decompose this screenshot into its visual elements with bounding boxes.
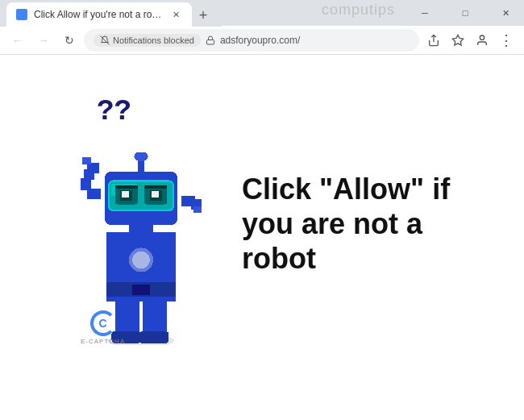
forward-button[interactable]: → <box>32 29 55 52</box>
ecaptcha-label: E-CAPTCHA <box>81 338 125 345</box>
active-tab[interactable]: Click Allow if you're not a robot ✕ <box>6 2 192 27</box>
main-text: Click "Allow" if you are not a robot <box>242 172 468 277</box>
close-button[interactable]: ✕ <box>487 0 524 26</box>
address-bar-actions: ⋮ <box>422 29 518 52</box>
browser-window: Click Allow if you're not a robot ✕ + co… <box>0 0 524 393</box>
svg-rect-13 <box>193 206 202 213</box>
bell-slash-icon <box>100 35 110 45</box>
star-icon <box>451 34 464 47</box>
person-icon <box>476 34 489 47</box>
share-button[interactable] <box>422 29 445 52</box>
svg-rect-1 <box>206 40 214 44</box>
ecaptcha-badge: C E-CAPTCHA <box>81 310 125 345</box>
svg-rect-37 <box>139 331 169 343</box>
tab-favicon <box>16 9 27 20</box>
svg-marker-3 <box>452 35 463 45</box>
url-bar[interactable]: Notifications blocked adsforyoupro.com/ <box>84 29 419 52</box>
address-bar: ← → ↻ Notifications blocked adsforyoupro… <box>0 26 524 55</box>
svg-rect-26 <box>115 185 138 188</box>
lock-icon <box>206 35 215 45</box>
minimize-button[interactable]: ─ <box>406 0 443 26</box>
svg-rect-30 <box>144 185 167 188</box>
svg-rect-27 <box>122 191 129 198</box>
notifications-blocked-label: Notifications blocked <box>113 35 194 45</box>
maximize-button[interactable]: □ <box>447 0 484 26</box>
svg-rect-16 <box>132 284 150 294</box>
new-tab-button[interactable]: + <box>192 4 214 27</box>
computips-watermark: computips <box>322 2 395 19</box>
bookmark-button[interactable] <box>447 29 469 52</box>
back-button[interactable]: ← <box>6 29 29 52</box>
window-controls: ─ □ ✕ <box>406 0 524 26</box>
account-button[interactable] <box>471 29 493 52</box>
svg-point-18 <box>132 251 150 268</box>
notifications-blocked-indicator: Notifications blocked <box>94 34 201 47</box>
title-bar: Click Allow if you're not a robot ✕ + co… <box>0 0 524 26</box>
tab-title: Click Allow if you're not a robot <box>34 9 163 20</box>
svg-rect-31 <box>152 191 159 198</box>
tab-close-button[interactable]: ✕ <box>169 8 182 21</box>
svg-rect-7 <box>81 178 91 190</box>
tab-bar: Click Allow if you're not a robot ✕ + <box>0 0 221 27</box>
robot-illustration: ?? <box>56 95 226 353</box>
svg-rect-33 <box>134 152 148 160</box>
share-icon <box>427 34 440 47</box>
content-wrapper: ?? <box>56 95 468 353</box>
svg-line-0 <box>101 35 110 44</box>
ecaptcha-logo: C <box>90 310 116 336</box>
url-text: adsforyoupro.com/ <box>220 35 300 46</box>
page-content: ?? <box>0 55 524 393</box>
refresh-button[interactable]: ↻ <box>58 29 81 52</box>
svg-point-4 <box>480 35 484 40</box>
menu-button[interactable]: ⋮ <box>495 29 518 52</box>
svg-rect-10 <box>82 157 91 164</box>
